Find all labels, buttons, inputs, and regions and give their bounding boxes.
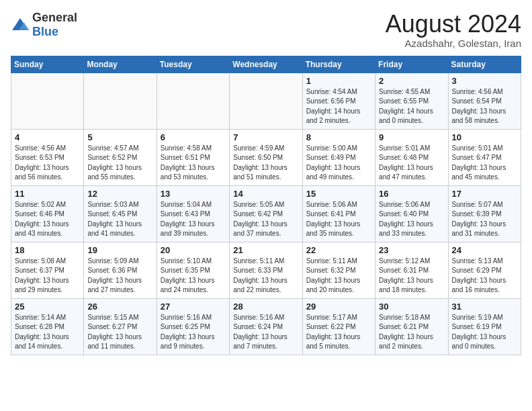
calendar-cell bbox=[11, 73, 84, 129]
day-info: Sunrise: 5:09 AM Sunset: 6:36 PM Dayligh… bbox=[87, 257, 152, 295]
calendar-cell: 7Sunrise: 4:59 AM Sunset: 6:50 PM Daylig… bbox=[230, 129, 302, 185]
calendar-week-row: 18Sunrise: 5:08 AM Sunset: 6:37 PM Dayli… bbox=[11, 242, 521, 298]
day-info: Sunrise: 5:16 AM Sunset: 6:24 PM Dayligh… bbox=[233, 313, 298, 352]
logo-text: General Blue bbox=[32, 11, 77, 39]
calendar-body: 1Sunrise: 4:54 AM Sunset: 6:56 PM Daylig… bbox=[11, 73, 521, 355]
logo-icon bbox=[11, 17, 30, 33]
day-info: Sunrise: 4:59 AM Sunset: 6:50 PM Dayligh… bbox=[233, 144, 298, 183]
day-info: Sunrise: 4:56 AM Sunset: 6:53 PM Dayligh… bbox=[15, 144, 80, 183]
calendar-cell: 17Sunrise: 5:07 AM Sunset: 6:39 PM Dayli… bbox=[448, 185, 521, 242]
calendar-cell: 26Sunrise: 5:15 AM Sunset: 6:27 PM Dayli… bbox=[84, 298, 157, 355]
calendar-cell: 15Sunrise: 5:06 AM Sunset: 6:41 PM Dayli… bbox=[302, 185, 375, 242]
day-info: Sunrise: 4:54 AM Sunset: 6:56 PM Dayligh… bbox=[306, 87, 371, 126]
day-number: 28 bbox=[233, 302, 298, 312]
day-number: 15 bbox=[306, 189, 371, 199]
day-number: 19 bbox=[87, 245, 152, 255]
day-number: 16 bbox=[379, 189, 444, 199]
day-number: 13 bbox=[161, 189, 226, 199]
day-info: Sunrise: 5:13 AM Sunset: 6:29 PM Dayligh… bbox=[452, 257, 517, 295]
logo: General Blue bbox=[11, 11, 77, 39]
weekday-header-row: SundayMondayTuesdayWednesdayThursdayFrid… bbox=[11, 56, 521, 73]
day-info: Sunrise: 5:06 AM Sunset: 6:41 PM Dayligh… bbox=[306, 200, 371, 239]
calendar-cell: 12Sunrise: 5:03 AM Sunset: 6:45 PM Dayli… bbox=[84, 185, 157, 242]
day-number: 11 bbox=[15, 189, 80, 199]
calendar-table: SundayMondayTuesdayWednesdayThursdayFrid… bbox=[11, 56, 521, 355]
day-number: 8 bbox=[306, 132, 371, 142]
calendar-cell: 21Sunrise: 5:11 AM Sunset: 6:33 PM Dayli… bbox=[230, 242, 302, 298]
logo-general: General bbox=[32, 11, 77, 24]
day-number: 3 bbox=[452, 76, 517, 86]
weekday-header-monday: Monday bbox=[84, 56, 157, 73]
day-info: Sunrise: 5:01 AM Sunset: 6:47 PM Dayligh… bbox=[452, 144, 517, 183]
calendar-cell: 22Sunrise: 5:11 AM Sunset: 6:32 PM Dayli… bbox=[302, 242, 375, 298]
day-info: Sunrise: 5:07 AM Sunset: 6:39 PM Dayligh… bbox=[452, 200, 517, 239]
day-info: Sunrise: 5:01 AM Sunset: 6:48 PM Dayligh… bbox=[379, 144, 444, 183]
day-info: Sunrise: 5:11 AM Sunset: 6:33 PM Dayligh… bbox=[233, 257, 298, 295]
day-number: 31 bbox=[452, 302, 517, 312]
day-info: Sunrise: 5:03 AM Sunset: 6:45 PM Dayligh… bbox=[87, 200, 152, 239]
day-info: Sunrise: 4:57 AM Sunset: 6:52 PM Dayligh… bbox=[87, 144, 152, 183]
calendar-cell bbox=[157, 73, 229, 129]
day-number: 6 bbox=[161, 132, 226, 142]
weekday-header-thursday: Thursday bbox=[302, 56, 375, 73]
day-number: 10 bbox=[452, 132, 517, 142]
calendar-week-row: 25Sunrise: 5:14 AM Sunset: 6:28 PM Dayli… bbox=[11, 298, 521, 355]
day-number: 7 bbox=[233, 132, 298, 142]
day-number: 25 bbox=[15, 302, 80, 312]
calendar-cell: 4Sunrise: 4:56 AM Sunset: 6:53 PM Daylig… bbox=[11, 129, 84, 185]
calendar-cell: 10Sunrise: 5:01 AM Sunset: 6:47 PM Dayli… bbox=[448, 129, 521, 185]
day-number: 1 bbox=[306, 76, 371, 86]
day-number: 30 bbox=[379, 302, 444, 312]
day-info: Sunrise: 5:06 AM Sunset: 6:40 PM Dayligh… bbox=[379, 200, 444, 239]
calendar-week-row: 1Sunrise: 4:54 AM Sunset: 6:56 PM Daylig… bbox=[11, 73, 521, 129]
calendar-cell: 19Sunrise: 5:09 AM Sunset: 6:36 PM Dayli… bbox=[84, 242, 157, 298]
calendar-cell: 29Sunrise: 5:17 AM Sunset: 6:22 PM Dayli… bbox=[302, 298, 375, 355]
weekday-header-saturday: Saturday bbox=[448, 56, 521, 73]
calendar-cell: 8Sunrise: 5:00 AM Sunset: 6:49 PM Daylig… bbox=[302, 129, 375, 185]
day-number: 20 bbox=[161, 245, 226, 255]
weekday-header-friday: Friday bbox=[375, 56, 448, 73]
day-info: Sunrise: 5:04 AM Sunset: 6:43 PM Dayligh… bbox=[161, 200, 226, 239]
weekday-header-wednesday: Wednesday bbox=[230, 56, 302, 73]
day-number: 29 bbox=[306, 302, 371, 312]
calendar-cell: 11Sunrise: 5:02 AM Sunset: 6:46 PM Dayli… bbox=[11, 185, 84, 242]
month-year-title: August 2024 bbox=[386, 11, 521, 38]
day-info: Sunrise: 4:55 AM Sunset: 6:55 PM Dayligh… bbox=[379, 87, 444, 126]
day-info: Sunrise: 5:00 AM Sunset: 6:49 PM Dayligh… bbox=[306, 144, 371, 183]
calendar-cell: 28Sunrise: 5:16 AM Sunset: 6:24 PM Dayli… bbox=[230, 298, 302, 355]
calendar-cell: 14Sunrise: 5:05 AM Sunset: 6:42 PM Dayli… bbox=[230, 185, 302, 242]
day-number: 14 bbox=[233, 189, 298, 199]
calendar-cell: 30Sunrise: 5:18 AM Sunset: 6:21 PM Dayli… bbox=[375, 298, 448, 355]
calendar-cell: 23Sunrise: 5:12 AM Sunset: 6:31 PM Dayli… bbox=[375, 242, 448, 298]
calendar-cell: 27Sunrise: 5:16 AM Sunset: 6:25 PM Dayli… bbox=[157, 298, 229, 355]
day-number: 27 bbox=[161, 302, 226, 312]
calendar-cell: 1Sunrise: 4:54 AM Sunset: 6:56 PM Daylig… bbox=[302, 73, 375, 129]
day-info: Sunrise: 4:58 AM Sunset: 6:51 PM Dayligh… bbox=[161, 144, 226, 183]
day-number: 12 bbox=[87, 189, 152, 199]
day-number: 21 bbox=[233, 245, 298, 255]
calendar-cell: 6Sunrise: 4:58 AM Sunset: 6:51 PM Daylig… bbox=[157, 129, 229, 185]
logo-blue: Blue bbox=[32, 25, 58, 38]
calendar-week-row: 11Sunrise: 5:02 AM Sunset: 6:46 PM Dayli… bbox=[11, 185, 521, 242]
day-info: Sunrise: 5:05 AM Sunset: 6:42 PM Dayligh… bbox=[233, 200, 298, 239]
page-header: General Blue August 2024 Azadshahr, Gole… bbox=[11, 11, 521, 49]
day-info: Sunrise: 5:18 AM Sunset: 6:21 PM Dayligh… bbox=[379, 313, 444, 352]
day-info: Sunrise: 5:11 AM Sunset: 6:32 PM Dayligh… bbox=[306, 257, 371, 295]
calendar-cell: 13Sunrise: 5:04 AM Sunset: 6:43 PM Dayli… bbox=[157, 185, 229, 242]
day-number: 18 bbox=[15, 245, 80, 255]
calendar-cell: 31Sunrise: 5:19 AM Sunset: 6:19 PM Dayli… bbox=[448, 298, 521, 355]
day-info: Sunrise: 5:16 AM Sunset: 6:25 PM Dayligh… bbox=[161, 313, 226, 352]
day-number: 26 bbox=[87, 302, 152, 312]
title-area: August 2024 Azadshahr, Golestan, Iran bbox=[386, 11, 521, 49]
calendar-cell bbox=[230, 73, 302, 129]
day-number: 24 bbox=[452, 245, 517, 255]
day-info: Sunrise: 5:10 AM Sunset: 6:35 PM Dayligh… bbox=[161, 257, 226, 295]
day-info: Sunrise: 5:17 AM Sunset: 6:22 PM Dayligh… bbox=[306, 313, 371, 352]
calendar-week-row: 4Sunrise: 4:56 AM Sunset: 6:53 PM Daylig… bbox=[11, 129, 521, 185]
calendar-cell: 20Sunrise: 5:10 AM Sunset: 6:35 PM Dayli… bbox=[157, 242, 229, 298]
day-info: Sunrise: 5:19 AM Sunset: 6:19 PM Dayligh… bbox=[452, 313, 517, 352]
day-number: 22 bbox=[306, 245, 371, 255]
calendar-cell: 5Sunrise: 4:57 AM Sunset: 6:52 PM Daylig… bbox=[84, 129, 157, 185]
day-number: 4 bbox=[15, 132, 80, 142]
day-number: 23 bbox=[379, 245, 444, 255]
